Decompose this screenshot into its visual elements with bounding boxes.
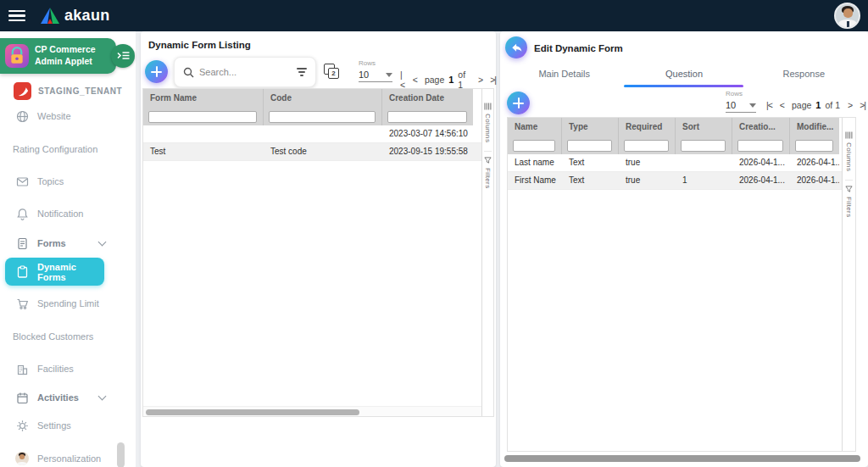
column-header-form-name[interactable]: Form Name: [143, 89, 264, 108]
horizontal-scrollbar[interactable]: [143, 406, 481, 416]
applet-header[interactable]: CP Commerce Admin Applet: [0, 38, 116, 74]
sidebar-item-topics[interactable]: Topics: [0, 170, 136, 193]
cell-creation: 2026-04-1...: [732, 172, 790, 189]
search-input[interactable]: [199, 67, 297, 77]
cart-icon: [15, 297, 29, 310]
filters-toggle[interactable]: Filters: [484, 151, 492, 197]
filter-input-form-name[interactable]: [148, 111, 257, 123]
duplicate-view-icon[interactable]: 2: [324, 64, 340, 80]
column-header-name[interactable]: Name: [508, 118, 562, 136]
rows-per-page-select[interactable]: 10: [359, 69, 392, 82]
rows-per-page-value: 10: [726, 100, 736, 110]
cell-required: true: [619, 154, 676, 171]
sidebar-item-dynamic-forms[interactable]: Dynamic Forms: [5, 258, 104, 286]
chevron-down-icon: [98, 237, 107, 246]
rows-per-page-value: 10: [359, 69, 369, 80]
filter-list-icon[interactable]: [297, 68, 307, 76]
table-row[interactable]: First Name Text true 1 2026-04-1... 2026…: [508, 172, 842, 190]
tab-question[interactable]: Question: [624, 64, 743, 86]
column-header-required[interactable]: Required: [619, 118, 676, 136]
last-page-button[interactable]: >|: [490, 75, 496, 85]
column-header-creation-date[interactable]: Creation Date: [382, 89, 473, 108]
page-number: 1: [815, 100, 821, 110]
filter-icon: [845, 186, 853, 193]
table-row[interactable]: Last name Text true 2026-04-1... 2026-04…: [508, 154, 842, 172]
sidebar-item-activities[interactable]: Activities: [0, 386, 136, 409]
first-page-button[interactable]: |<: [766, 100, 772, 110]
top-navbar: akaun: [0, 0, 868, 31]
sidebar-item-label: Blocked Customers: [13, 331, 93, 342]
horizontal-scrollbar[interactable]: [504, 455, 860, 462]
listing-pagination: |< < page 1 of 1 > >|: [400, 69, 496, 90]
user-avatar[interactable]: [834, 3, 860, 29]
logo-triangle-icon: [41, 8, 59, 24]
sidebar-item-rating-configuration[interactable]: Rating Configuration: [0, 137, 136, 161]
prev-page-button[interactable]: <: [780, 100, 784, 110]
sidebar-item-personalization[interactable]: Personalization: [0, 447, 136, 467]
hamburger-menu-icon[interactable]: [8, 10, 25, 22]
mail-icon: [15, 175, 29, 188]
table-side-strip: Columns Filters: [481, 89, 493, 416]
prev-page-button[interactable]: <: [413, 75, 417, 85]
cell-creation-date: 2023-03-07 14:56:10: [382, 125, 473, 142]
next-page-button[interactable]: >: [848, 100, 852, 110]
sidebar-scrollbar[interactable]: [117, 442, 125, 467]
cell-code: Test code: [264, 143, 382, 160]
caret-down-icon: [749, 103, 756, 108]
tab-main-details[interactable]: Main Details: [504, 64, 624, 86]
column-header-creation[interactable]: Creatio...: [732, 118, 790, 136]
cell-creation-date: 2023-09-15 19:55:58: [382, 143, 473, 160]
document-icon: [15, 236, 29, 250]
last-page-button[interactable]: >|: [860, 100, 865, 110]
filter-input-type[interactable]: [567, 140, 612, 152]
editor-tabs: Main Details Question Response: [504, 64, 864, 86]
back-button[interactable]: [505, 36, 527, 58]
table-row[interactable]: 2023-03-07 14:56:10: [143, 125, 481, 143]
cell-name: First Name: [508, 172, 562, 189]
filter-input-sort[interactable]: [681, 140, 726, 152]
filter-input-creation[interactable]: [737, 140, 783, 152]
sidebar-item-website[interactable]: Website: [0, 104, 136, 128]
columns-toggle[interactable]: Columns: [845, 126, 853, 180]
sidebar-collapse-button[interactable]: [111, 44, 135, 68]
sidebar-item-forms[interactable]: Forms: [0, 231, 136, 255]
applet-name: CP Commerce Admin Applet: [35, 44, 96, 67]
column-header-modified[interactable]: Modifie...: [790, 118, 839, 136]
editor-title: Edit Dynamic Form: [534, 43, 623, 53]
add-question-button[interactable]: [507, 92, 530, 114]
brand-logo[interactable]: akaun: [41, 7, 110, 25]
sidebar-item-facilities[interactable]: Facilities: [0, 357, 136, 381]
filter-input-modified[interactable]: [795, 140, 833, 152]
rows-per-page-select[interactable]: 10: [726, 100, 756, 113]
add-form-button[interactable]: [145, 60, 168, 83]
filter-input-creation-date[interactable]: [387, 111, 467, 123]
chevron-down-icon: [98, 392, 107, 400]
column-header-code[interactable]: Code: [264, 89, 382, 108]
first-page-button[interactable]: |<: [400, 69, 405, 90]
listing-table: Form Name Code Creation Date 2023-03-07 …: [142, 88, 494, 417]
globe-icon: [15, 109, 29, 123]
listing-filter-row: [143, 108, 481, 125]
sidebar-item-blocked-customers[interactable]: Blocked Customers: [0, 325, 136, 348]
cell-modified: 2026-04-1...: [790, 154, 839, 171]
column-header-type[interactable]: Type: [562, 118, 619, 136]
cell-name: Last name: [508, 154, 562, 171]
sidebar-item-spending-limit[interactable]: Spending Limit: [0, 292, 136, 315]
tenant-selector[interactable]: STAGING_TENANT: [0, 79, 136, 103]
next-page-button[interactable]: >: [478, 75, 482, 85]
filter-input-name[interactable]: [513, 140, 555, 152]
questions-table-header: Name Type Required Sort Creatio... Modif…: [508, 118, 842, 136]
columns-toggle[interactable]: Columns: [484, 97, 492, 151]
filter-input-code[interactable]: [269, 111, 376, 123]
column-header-sort[interactable]: Sort: [676, 118, 732, 136]
tab-response[interactable]: Response: [744, 64, 864, 86]
sidebar-item-settings[interactable]: Settings: [0, 414, 136, 437]
brand-name: akaun: [64, 7, 110, 25]
filters-label: Filters: [845, 197, 853, 218]
table-row[interactable]: Test Test code 2023-09-15 19:55:58: [143, 143, 481, 161]
search-box: [174, 57, 316, 87]
listing-table-header: Form Name Code Creation Date: [143, 89, 481, 108]
filter-input-required[interactable]: [624, 140, 669, 152]
filters-toggle[interactable]: Filters: [845, 180, 853, 226]
sidebar-item-notification[interactable]: Notification: [0, 202, 136, 225]
